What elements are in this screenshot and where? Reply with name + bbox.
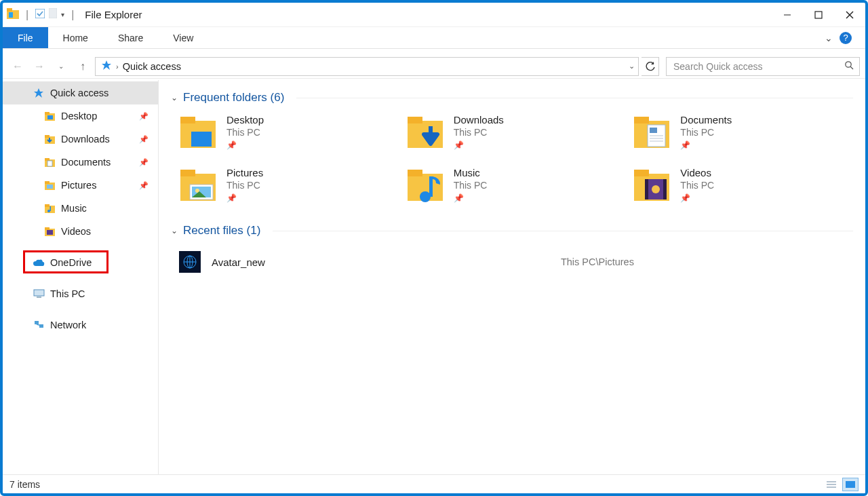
address-dropdown-icon[interactable]: ⌄	[625, 62, 638, 71]
folder-icon	[43, 225, 56, 237]
tab-home[interactable]: Home	[48, 27, 103, 48]
close-button[interactable]	[834, 3, 865, 26]
tree-music[interactable]: Music	[3, 197, 158, 220]
title-sep-2: |	[68, 9, 77, 21]
svg-rect-44	[650, 128, 657, 133]
svg-rect-17	[45, 135, 50, 138]
folder-videos-icon	[633, 167, 671, 205]
folder-desktop[interactable]: Desktop This PC 📌	[179, 114, 399, 152]
chevron-down-icon: ⌄	[171, 226, 178, 235]
svg-rect-30	[47, 230, 53, 235]
search-box[interactable]	[666, 57, 860, 76]
file-explorer-window: | ▾ | File Explorer File Home Share View…	[0, 0, 868, 496]
tree-desktop[interactable]: Desktop 📌	[3, 104, 158, 128]
tab-share[interactable]: Share	[103, 27, 158, 48]
recent-file-name: Avatar_new	[212, 256, 265, 268]
tree-label: Documents	[61, 157, 111, 168]
navigation-tree: Quick access Desktop 📌 Downloads 📌 Docum…	[3, 80, 159, 474]
group-frequent-folders[interactable]: ⌄ Frequent folders (6)	[171, 91, 853, 104]
group-recent-files[interactable]: ⌄ Recent files (1)	[171, 224, 853, 237]
svg-rect-22	[45, 181, 50, 184]
pin-icon: 📌	[226, 193, 263, 203]
svg-rect-2	[9, 12, 13, 18]
folder-name: Pictures	[226, 167, 263, 178]
recent-file-path: This PC\Pictures	[561, 256, 634, 267]
folder-sub: This PC	[226, 180, 263, 191]
qat-dropdown-icon[interactable]: ▾	[61, 11, 64, 18]
minimize-button[interactable]	[772, 3, 803, 26]
view-large-icons-button[interactable]	[842, 478, 859, 491]
pin-icon: 📌	[226, 140, 264, 150]
tree-videos[interactable]: Videos	[3, 220, 158, 243]
search-input[interactable]	[672, 60, 844, 73]
nav-history-dropdown[interactable]: ⌄	[52, 57, 71, 76]
tree-onedrive[interactable]: OneDrive	[3, 251, 158, 274]
tree-label: This PC	[50, 288, 85, 299]
quick-access-star-icon	[33, 87, 45, 99]
svg-point-26	[47, 210, 50, 212]
folder-pictures[interactable]: Pictures This PC 📌	[179, 167, 399, 205]
help-icon[interactable]: ?	[840, 32, 852, 44]
ribbon-collapse-icon[interactable]: ⌄	[825, 33, 833, 43]
folder-music[interactable]: Music This PC 📌	[406, 167, 627, 205]
tree-label: Pictures	[61, 180, 96, 191]
status-items: 7 items	[9, 479, 40, 490]
pin-icon: 📌	[139, 181, 149, 190]
search-icon[interactable]	[844, 60, 854, 73]
tab-view[interactable]: View	[158, 27, 208, 48]
tree-quick-access[interactable]: Quick access	[3, 81, 158, 104]
checkbox-qat-icon[interactable]	[35, 9, 45, 21]
svg-rect-38	[191, 132, 212, 147]
document-qat-icon[interactable]	[49, 8, 57, 21]
svg-rect-32	[37, 297, 41, 298]
tree-this-pc[interactable]: This PC	[3, 282, 158, 305]
tab-file[interactable]: File	[3, 27, 48, 48]
folder-icon	[43, 156, 56, 168]
pin-icon: 📌	[139, 158, 149, 167]
svg-rect-23	[47, 185, 53, 189]
tree-label: Downloads	[61, 134, 110, 145]
svg-rect-56	[429, 176, 433, 197]
folder-name: Downloads	[454, 114, 504, 126]
nav-up-button[interactable]: ↑	[73, 57, 92, 76]
file-explorer-icon	[7, 8, 19, 22]
view-details-button[interactable]	[823, 478, 840, 491]
refresh-button[interactable]	[642, 57, 659, 76]
svg-rect-14	[45, 112, 50, 115]
folder-videos[interactable]: Videos This PC 📌	[633, 167, 853, 205]
tree-network[interactable]: Network	[3, 313, 158, 337]
nav-forward-button[interactable]: →	[30, 57, 49, 76]
pin-icon: 📌	[680, 140, 732, 150]
svg-rect-20	[47, 161, 52, 166]
maximize-button[interactable]	[803, 3, 834, 26]
svg-rect-49	[180, 170, 195, 176]
tree-documents[interactable]: Documents 📌	[3, 151, 158, 174]
svg-rect-60	[645, 179, 648, 199]
folder-desktop-icon	[179, 114, 217, 152]
svg-rect-6	[815, 12, 822, 18]
folder-downloads[interactable]: Downloads This PC 📌	[406, 114, 627, 152]
recent-file-row[interactable]: Avatar_new This PC\Pictures	[171, 247, 853, 277]
nav-back-button[interactable]: ←	[8, 57, 27, 76]
tree-pictures[interactable]: Pictures 📌	[3, 174, 158, 197]
window-title: File Explorer	[81, 9, 142, 20]
svg-rect-4	[49, 8, 57, 18]
svg-point-62	[652, 185, 660, 193]
svg-rect-61	[663, 179, 667, 199]
svg-rect-1	[7, 8, 12, 12]
address-bar[interactable]: › Quick access ⌄	[95, 57, 639, 76]
title-sep: |	[23, 9, 31, 21]
breadcrumb-quick-access[interactable]: Quick access	[123, 61, 181, 72]
svg-rect-3	[35, 9, 45, 18]
folder-icon	[43, 179, 56, 191]
tree-downloads[interactable]: Downloads 📌	[3, 128, 158, 151]
svg-rect-58	[634, 170, 649, 176]
tree-label: Music	[61, 203, 87, 214]
folder-documents[interactable]: Documents This PC 📌	[633, 114, 853, 152]
quick-access-star-icon	[101, 60, 112, 73]
pin-icon: 📌	[454, 140, 504, 150]
pin-icon: 📌	[454, 193, 488, 203]
folder-sub: This PC	[454, 180, 488, 191]
pin-icon: 📌	[139, 112, 149, 121]
svg-line-11	[850, 66, 853, 69]
